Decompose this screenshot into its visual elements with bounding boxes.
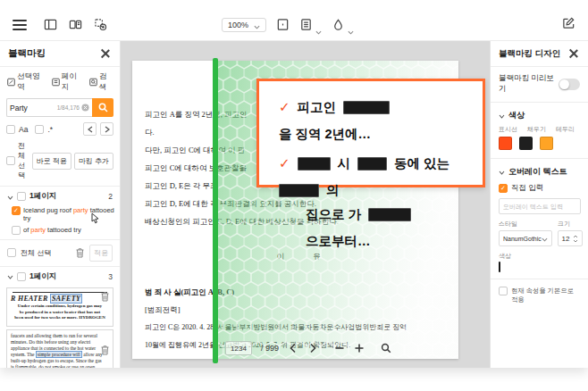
marking-preview-thumbnail[interactable]: faucets and allowing them to run for sev…	[6, 329, 113, 368]
redaction-bar	[343, 101, 390, 114]
search-button[interactable]	[92, 98, 113, 117]
result-item[interactable]: of party tattooed try	[0, 224, 120, 236]
marked-text-highlight: SAFETY	[50, 294, 82, 304]
border-label: 테두리	[556, 125, 575, 134]
direct-input-checkbox[interactable]	[499, 184, 508, 193]
direct-input-label: 직접 입력	[511, 183, 543, 194]
group-label: 1페이지	[29, 191, 56, 202]
font-select[interactable]: NanumGothic	[499, 230, 552, 246]
display-line-color-swatch[interactable]	[499, 137, 512, 150]
apply-now-button[interactable]: 바로 적용	[32, 153, 71, 170]
text-color-swatch[interactable]	[499, 262, 500, 272]
preview-toggle[interactable]	[559, 79, 580, 90]
fit-page-icon[interactable]	[275, 18, 290, 32]
display-line-label: 표시선	[499, 125, 517, 134]
search-result-counter: 1/84,176	[57, 104, 80, 111]
search-square-icon	[89, 78, 97, 87]
result-group-header[interactable]: 1페이지 2	[0, 187, 120, 204]
close-icon[interactable]	[99, 47, 112, 60]
zoom-in-button[interactable]	[354, 343, 365, 354]
tab-page[interactable]: 페이지	[52, 71, 82, 93]
preview-label: 블랙마킹 미리보기	[499, 73, 559, 95]
menu-icon[interactable]	[13, 20, 27, 30]
group-checkbox[interactable]	[17, 192, 26, 201]
style-label: 스타일	[499, 220, 552, 229]
apply-button[interactable]: 적용	[89, 245, 113, 262]
add-marking-button[interactable]: 마킹 추가	[74, 153, 113, 170]
text-color-label: 색상	[491, 252, 588, 262]
edit-compose-icon[interactable]	[561, 16, 575, 30]
font-value: NanumGothic	[503, 236, 542, 242]
match-case-checkbox[interactable]	[6, 125, 15, 134]
result-checkbox[interactable]	[12, 226, 21, 235]
match-case-label: Aa	[19, 125, 28, 134]
chevron-left-icon	[88, 126, 93, 133]
select-all-checkbox[interactable]	[7, 248, 16, 257]
result-item[interactable]: Iceland pug roof party tattooed try	[0, 204, 120, 224]
sidebar-title: 블랙마킹	[8, 47, 46, 60]
redaction-bar	[279, 184, 319, 197]
apply-default-label: 현재 속성을 기본으로 적용	[511, 287, 580, 304]
tab-search[interactable]: 검색	[89, 71, 113, 93]
border-color-swatch[interactable]	[540, 137, 553, 150]
spinner-down-icon[interactable]	[573, 239, 578, 243]
spinner-up-icon[interactable]	[573, 235, 578, 238]
overlay-text-section-header[interactable]: 오버레이 텍스트	[491, 160, 588, 181]
sidebar-panel-icon[interactable]	[43, 18, 57, 32]
top-toolbar: 100%	[0, 0, 588, 41]
page-view-icon	[298, 18, 313, 32]
result-group-header[interactable]: 1페이지 3	[0, 267, 120, 285]
result-checkbox-checked[interactable]	[12, 206, 21, 215]
fill-color-swatch[interactable]	[519, 137, 533, 150]
page-number-input[interactable]	[225, 341, 252, 355]
redaction-bar	[298, 157, 331, 171]
chevron-down-icon	[499, 169, 505, 175]
color-section-header[interactable]: 색상	[491, 104, 588, 125]
close-icon[interactable]	[567, 47, 580, 60]
apply-default-checkbox[interactable]	[499, 287, 508, 295]
overlay-text-input[interactable]	[499, 198, 581, 214]
search-icon[interactable]	[381, 343, 391, 354]
group-checkbox[interactable]	[17, 272, 26, 281]
document-canvas: 피고인 A를 징역 2년에, 피고인 다. 다만, 피고인 C에 대하여 이 판…	[121, 41, 490, 368]
export-settings-icon[interactable]	[93, 18, 107, 32]
page-view-menu[interactable]	[298, 18, 322, 32]
blackmarking-design-panel: 블랙마킹 디자인 블랙마킹 미리보기 색상 표시선 채우기 테두리	[490, 41, 588, 368]
zoom-level-select[interactable]: 100%	[222, 18, 266, 32]
chevron-down-icon	[7, 273, 13, 279]
group-label: 1페이지	[29, 271, 56, 282]
select-all-label: 전체 선택	[21, 248, 51, 258]
select-all-label: 전체 선택	[18, 141, 29, 180]
next-result-button[interactable]	[100, 122, 113, 136]
zoom-level-value: 100%	[228, 21, 248, 29]
prev-page-button[interactable]	[288, 343, 298, 354]
match-highlight: party	[73, 206, 88, 214]
next-page-button[interactable]	[307, 343, 318, 354]
prev-result-button[interactable]	[83, 122, 97, 136]
zoom-out-button[interactable]	[334, 343, 345, 354]
marking-preview-thumbnail[interactable]: R HEATER SAFETY Under certain conditions…	[6, 287, 113, 327]
regex-label: .*	[47, 125, 53, 134]
size-label: 크기	[558, 220, 583, 229]
select-all-checkbox[interactable]	[6, 156, 15, 165]
page-thumbnails-icon[interactable]	[68, 18, 82, 32]
tab-selection-area[interactable]: 선택영역	[7, 71, 45, 93]
panel-title: 블랙마킹 디자인	[499, 48, 560, 60]
search-input[interactable]	[10, 104, 37, 112]
clear-search-icon[interactable]	[81, 104, 89, 112]
chevron-down-icon	[254, 22, 260, 27]
split-divider-handle[interactable]	[213, 58, 218, 363]
trash-icon[interactable]	[75, 247, 85, 258]
trash-icon[interactable]	[100, 291, 110, 302]
group-count: 2	[108, 192, 113, 201]
font-size-input[interactable]	[559, 235, 573, 243]
chevron-right-icon	[105, 126, 110, 133]
app-window: 100%	[0, 0, 588, 368]
trash-icon[interactable]	[100, 345, 110, 355]
chevron-down-icon	[499, 112, 505, 119]
ink-menu[interactable]	[331, 18, 354, 32]
fill-label: 채우기	[527, 125, 546, 134]
snippet-text: Under certain conditions, hydrogen gas m…	[11, 304, 109, 321]
regex-checkbox[interactable]	[35, 125, 44, 134]
group-count: 3	[108, 272, 113, 281]
